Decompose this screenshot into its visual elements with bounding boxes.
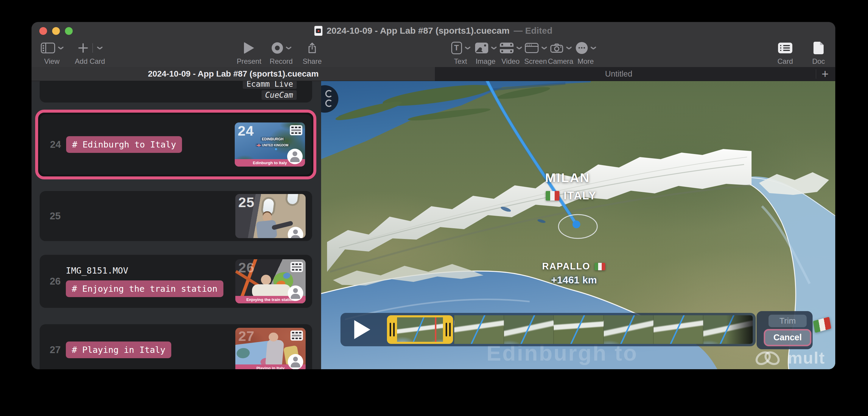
watermark-text: mult — [787, 348, 825, 367]
filmstrip-frame — [603, 315, 653, 344]
card-item-26[interactable]: 26 IMG_8151.MOV # Enjoying the train sta… — [40, 255, 312, 308]
record-button[interactable]: Record — [266, 40, 297, 65]
more-ellipsis-icon — [576, 42, 588, 54]
italy-flag-icon — [594, 263, 605, 270]
trim-handle-left[interactable] — [387, 315, 397, 344]
doc-inspector-button[interactable]: Doc — [807, 40, 831, 65]
add-card-button[interactable]: Add Card — [71, 40, 109, 65]
edited-status: — Edited — [514, 26, 553, 36]
card-title-chip: # Enjoying the train station — [66, 280, 223, 297]
card-list-sidebar: Ecamm Live CueCam 24 # Edinburgh to Ital… — [32, 81, 321, 369]
chevron-down-icon — [516, 46, 522, 50]
preview-tab-bar: Untitled + — [435, 67, 835, 81]
card-item-24[interactable]: 24 # Edinburgh to Italy 24 EDINBURGH UNI… — [40, 114, 312, 175]
card-previous-line2: CueCam — [261, 90, 297, 100]
video-preview: MILAN ITALY RAPALLO +1461 km Edinburgh t… — [321, 81, 835, 369]
window-title-group: 2024-10-09 - App Lab #87 (sports1).cueca… — [314, 26, 552, 36]
window-header: 2024-10-09 - App Lab #87 (sports1).cueca… — [32, 22, 835, 67]
document-bars: 2024-10-09 - App Lab #87 (sports1).cueca… — [32, 67, 835, 81]
card-list-icon — [778, 42, 792, 53]
more-tool-button[interactable]: More — [573, 40, 598, 65]
chevron-down-icon — [491, 46, 496, 50]
video-scrubber[interactable] — [340, 313, 756, 346]
plus-icon — [78, 42, 89, 53]
trim-selected-frames — [397, 317, 443, 342]
view-label: View — [44, 58, 60, 65]
card-number: 24 — [50, 139, 61, 150]
italy-flag-icon — [546, 191, 559, 201]
record-label: Record — [270, 58, 292, 65]
card-item-25[interactable]: 25 25 — [40, 191, 312, 241]
screen-tool-icon — [525, 43, 538, 53]
present-label: Present — [237, 58, 261, 65]
chevron-down-icon — [566, 46, 571, 50]
card-thumbnail: 27 Playing in Italy — [235, 328, 306, 369]
map-distance-label: +1461 km — [551, 274, 597, 286]
chevron-down-icon — [541, 46, 547, 50]
chevron-down-icon — [590, 46, 596, 50]
divider — [816, 69, 816, 79]
card-number: 25 — [50, 210, 61, 222]
card-thumbnail: 24 EDINBURGH UNITED KINGDOM Edinburgh to… — [235, 122, 305, 167]
window-title: 2024-10-09 - App Lab #87 (sports1).cueca… — [327, 26, 509, 36]
titlebar: 2024-10-09 - App Lab #87 (sports1).cueca… — [32, 22, 835, 39]
view-button[interactable]: View — [37, 40, 66, 65]
card-previous-line1: Ecamm Live — [243, 81, 297, 89]
thumbnail-city-label: EDINBURGH — [261, 137, 285, 141]
trim-button[interactable]: Trim — [769, 315, 807, 327]
watermark: mult — [754, 348, 825, 367]
card-label: Card — [777, 58, 793, 65]
tab-untitled[interactable]: Untitled — [435, 67, 803, 81]
baby — [261, 275, 271, 285]
card-thumbnail: 26 Enjoying the train station — [235, 259, 306, 303]
card-inspector-button[interactable]: Card — [772, 40, 799, 65]
baby — [269, 332, 278, 341]
card-item-27[interactable]: 27 # Playing in Italy 27 Playing in Ital… — [40, 324, 312, 369]
card-title-chip: # Edinburgh to Italy — [66, 136, 182, 153]
card-previous-content: Ecamm Live CueCam — [243, 81, 297, 100]
play-button[interactable] — [353, 320, 370, 339]
text-label: Text — [454, 58, 467, 65]
airplane-window — [285, 194, 301, 207]
mult-logo-icon — [754, 349, 782, 367]
person-icon — [288, 354, 303, 369]
minimize-button[interactable] — [52, 27, 60, 35]
camera-tool-button[interactable]: Camera — [548, 40, 573, 65]
chevron-down-icon — [465, 46, 470, 50]
play-icon — [244, 42, 254, 54]
app-window: 2024-10-09 - App Lab #87 (sports1).cueca… — [32, 22, 835, 369]
zoom-button[interactable] — [65, 27, 73, 35]
desktop: 2024-10-09 - App Lab #87 (sports1).cueca… — [0, 0, 868, 416]
film-icon — [289, 125, 303, 136]
filmstrip-fade — [726, 315, 753, 344]
card-thumbnail: 25 — [235, 194, 306, 238]
map-label-italy: ITALY — [546, 189, 597, 202]
card-number: 26 — [50, 276, 61, 287]
image-label: Image — [476, 58, 496, 65]
trim-selection[interactable] — [387, 315, 453, 344]
image-tool-button[interactable]: Image — [473, 40, 498, 65]
person-icon — [288, 286, 303, 301]
filmstrip-frame — [653, 315, 703, 344]
screen-tool-button[interactable]: Screen — [523, 40, 548, 65]
sidebar-toggle-icon — [41, 42, 55, 53]
more-label: More — [578, 58, 594, 65]
cancel-button[interactable]: Cancel — [764, 329, 811, 346]
card-item-previous[interactable]: Ecamm Live CueCam — [40, 81, 312, 102]
doc-label: Doc — [812, 58, 825, 65]
video-tool-button[interactable]: Video — [498, 40, 523, 65]
trim-panel: Trim Cancel — [756, 311, 813, 349]
document-filename: 2024-10-09 - App Lab #87 (sports1).cueca… — [148, 69, 318, 79]
text-tool-button[interactable]: Text — [448, 40, 473, 65]
tab-untitled-label: Untitled — [605, 69, 632, 79]
present-button[interactable]: Present — [237, 40, 261, 65]
add-tab-button[interactable]: + — [818, 67, 832, 81]
traffic-lights — [39, 27, 73, 35]
share-label: Share — [303, 58, 322, 65]
document-name-bar: 2024-10-09 - App Lab #87 (sports1).cueca… — [32, 67, 435, 81]
trim-handle-right[interactable] — [443, 315, 453, 344]
share-button[interactable]: Share — [301, 40, 323, 65]
close-button[interactable] — [39, 27, 47, 35]
doc-page-icon — [813, 42, 824, 54]
thumbnail-number: 24 — [238, 122, 254, 139]
